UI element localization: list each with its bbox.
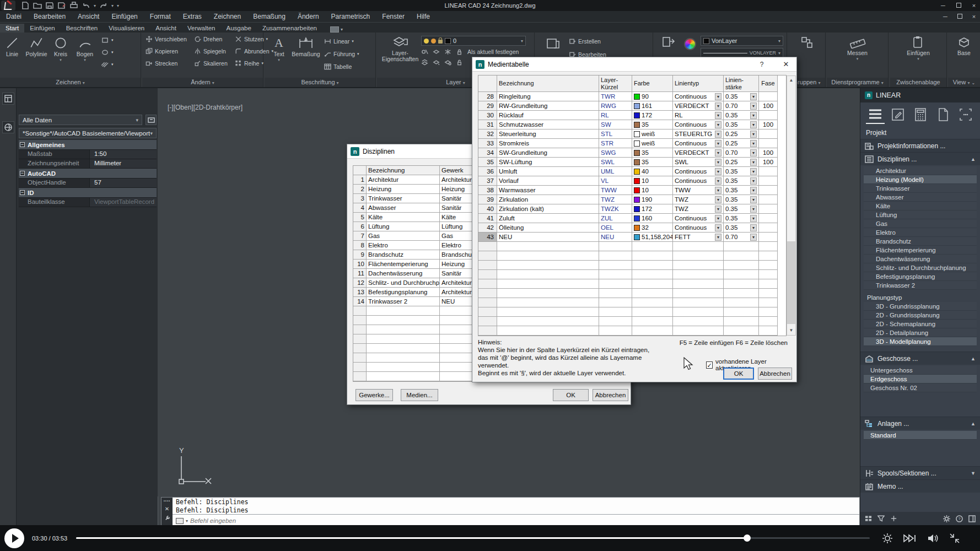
hatch-tool-icon[interactable]: ▾ — [101, 60, 114, 69]
shrink-screen-icon[interactable] — [949, 533, 960, 544]
cell-linientyp[interactable]: STEUERLTG ▾ — [673, 129, 724, 139]
tool-palette-icon[interactable] — [2, 121, 14, 133]
menu-item[interactable]: Zeichnen — [208, 11, 247, 23]
row-number[interactable]: 39 — [478, 195, 497, 204]
menu-item[interactable]: Bearbeiten — [28, 11, 72, 23]
cell-staerke[interactable]: 0.35 ▾ — [724, 195, 759, 204]
menu-item[interactable]: Hilfe — [411, 11, 436, 23]
cell-linientyp[interactable]: ▾ — [673, 317, 724, 326]
discipline-item[interactable]: Gas — [864, 219, 977, 228]
cell-bezeichnung[interactable] — [497, 251, 599, 261]
cell-farbe[interactable]: 51,158,204 — [632, 233, 673, 242]
cell-linientyp[interactable]: TWW ▾ — [673, 186, 724, 195]
table-row[interactable]: ▾ ▾ — [478, 289, 786, 298]
cell-linientyp[interactable]: ▾ — [673, 242, 724, 251]
panel-label-zeichnen[interactable]: Zeichnen ▾ — [0, 78, 141, 87]
storey-item[interactable]: Untergeschoss — [864, 366, 977, 375]
panel-label-beschriftung[interactable]: Beschriftung ▾ — [265, 78, 375, 87]
cell-linientyp[interactable]: ▾ — [673, 307, 724, 317]
discipline-item[interactable]: Architektur — [864, 166, 977, 175]
row-number[interactable]: 38 — [478, 186, 497, 195]
cell-staerke[interactable]: ▾ — [724, 270, 759, 279]
scale-button[interactable]: Skalieren — [194, 58, 233, 69]
cell-staerke[interactable]: 0.35 ▾ — [724, 186, 759, 195]
cell-farbe[interactable] — [632, 317, 673, 326]
cancel-button[interactable]: Abbrechen — [593, 389, 628, 401]
cell-farbe[interactable] — [632, 307, 673, 317]
medientabelle-dialog-titlebar[interactable]: n Medientabelle ? ✕ — [472, 57, 796, 72]
cell-bezeichnung[interactable]: Ringleitung — [497, 92, 599, 101]
discipline-item[interactable]: Flächentemperierung — [864, 246, 977, 255]
row-number[interactable] — [478, 279, 497, 289]
cell-bezeichnung[interactable]: Kälte — [367, 213, 440, 222]
doc-restore-button[interactable] — [957, 14, 962, 19]
table-scrollbar[interactable]: ▲ ▼ — [787, 75, 796, 336]
table-row[interactable]: 37 Vorlauf VL 10 Continuous ▾ 0.35 — [478, 176, 786, 186]
cell-kuerzel[interactable] — [599, 298, 632, 307]
cell-linientyp[interactable]: ▾ — [673, 289, 724, 298]
row-number[interactable]: 41 — [478, 214, 497, 223]
menu-item[interactable]: Bemaßung — [247, 11, 292, 23]
row-number[interactable] — [478, 270, 497, 279]
minimize-button[interactable]: ─ — [939, 2, 947, 9]
edit-icon[interactable] — [889, 105, 907, 124]
discipline-item[interactable]: Trinkwasser 2 — [864, 281, 977, 290]
base-view-button[interactable]: Base — [952, 34, 976, 56]
ribbon-tab[interactable]: Beschriften — [61, 24, 104, 33]
panel-label-aendern[interactable]: Ändern ▾ — [142, 78, 263, 87]
cell-farbe[interactable] — [632, 298, 673, 307]
cell-staerke[interactable]: ▾ — [724, 307, 759, 317]
cell-staerke[interactable]: 0.25 ▾ — [724, 129, 759, 139]
cell-bezeichnung[interactable]: Architektur — [367, 175, 440, 185]
quick-select-button[interactable] — [146, 115, 157, 125]
menu-item[interactable]: Ändern — [292, 11, 325, 23]
cell-staerke[interactable]: ▾ — [724, 289, 759, 298]
layer-match-icon[interactable] — [421, 59, 428, 66]
storey-item[interactable]: Erdgeschoss — [864, 375, 977, 383]
cell-staerke[interactable]: ▾ — [724, 251, 759, 261]
row-number[interactable]: 29 — [478, 101, 497, 111]
cell-farbe[interactable] — [632, 326, 673, 336]
expand-arrow-icon[interactable]: ▼ — [971, 471, 976, 476]
collapse-icon[interactable]: − — [20, 171, 25, 176]
dropdown-arrow-icon[interactable]: ▾ — [715, 149, 721, 156]
cell-bezeichnung[interactable]: Ölleitung — [497, 223, 599, 233]
cell-bezeichnung[interactable]: Vorlauf — [497, 176, 599, 186]
cell-bezeichnung[interactable]: Flächentemperierung — [367, 260, 440, 269]
planning-type-item[interactable]: 3D - Modellplanung — [864, 337, 977, 346]
cell-staerke[interactable]: ▾ — [724, 279, 759, 289]
dropdown-arrow-icon[interactable]: ▾ — [750, 177, 757, 185]
cell-bezeichnung[interactable]: Rücklauf — [497, 111, 599, 120]
ribbon-tab[interactable]: Ausgabe — [220, 24, 256, 33]
cell-bezeichnung[interactable]: Trinkwasser 2 — [367, 297, 440, 306]
measure-button[interactable]: Messen▾ — [842, 34, 873, 61]
table-row[interactable]: 43 NEU NEU 51,158,204 FETT ▾ 0.70 — [478, 233, 786, 242]
cell-bezeichnung[interactable]: Schmutzwasser — [497, 120, 599, 129]
cell-kuerzel[interactable]: TWZK — [599, 204, 632, 214]
progress-bar[interactable] — [76, 537, 870, 539]
cell-farbe[interactable]: 172 — [632, 111, 673, 120]
cell-linientyp[interactable]: SWL ▾ — [673, 158, 724, 167]
table-row[interactable]: ▾ ▾ — [478, 326, 786, 336]
table-row[interactable]: ▾ ▾ — [478, 307, 786, 317]
command-close-icon[interactable]: ✕ — [165, 506, 169, 512]
discipline-item[interactable]: Lüftung — [864, 210, 977, 219]
dropdown-arrow-icon[interactable]: ▾ — [715, 102, 721, 110]
cell-kuerzel[interactable]: STL — [599, 129, 632, 139]
cell-fase[interactable] — [759, 186, 778, 195]
table-row[interactable]: 29 RW-Grundleitung RWG 161 VERDECKT ▾ 0. — [478, 101, 786, 111]
cell-bezeichnung[interactable]: Elektro — [367, 241, 440, 250]
cell-fase[interactable] — [759, 176, 778, 186]
menu-item[interactable]: Ansicht — [72, 11, 105, 23]
move-button[interactable]: Verschieben — [146, 34, 192, 45]
cell-kuerzel[interactable] — [599, 251, 632, 261]
cell-bezeichnung[interactable]: Trinkwasser — [367, 194, 440, 203]
section-memo[interactable]: Memo ... — [860, 479, 980, 493]
table-row[interactable]: ▾ ▾ — [478, 242, 786, 251]
cell-kuerzel[interactable]: OEL — [599, 223, 632, 233]
undo-dropdown-icon[interactable]: ▾ — [94, 3, 96, 8]
cell-staerke[interactable]: ▾ — [724, 317, 759, 326]
cancel-button[interactable]: Abbrechen — [758, 368, 792, 380]
layer-isolate-icon[interactable] — [433, 48, 440, 55]
discipline-item[interactable]: Heizung (Modell) — [864, 175, 977, 184]
